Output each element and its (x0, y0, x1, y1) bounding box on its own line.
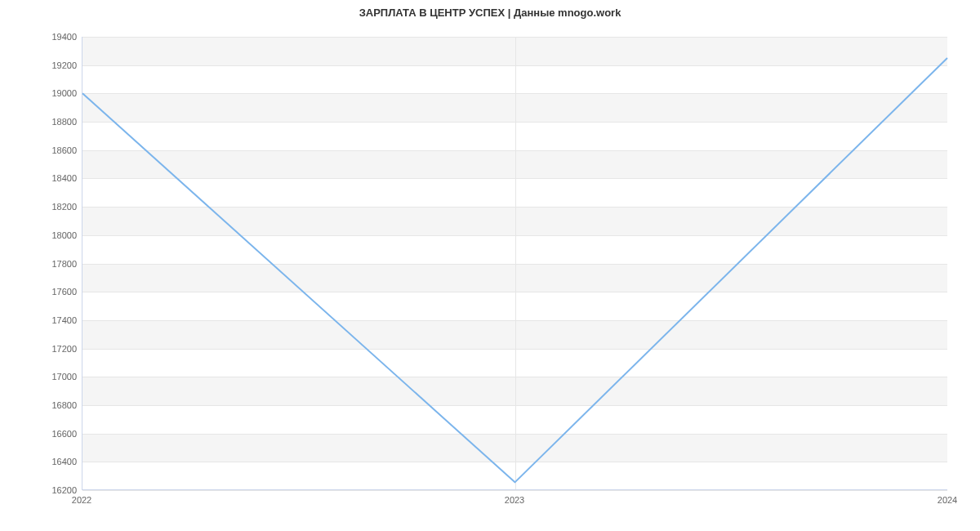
y-tick-label: 17200 (28, 344, 77, 354)
x-tick-label: 2023 (505, 495, 524, 505)
y-tick-label: 18400 (28, 173, 77, 183)
y-tick-label: 18800 (28, 117, 77, 127)
line-series (82, 37, 947, 489)
y-tick-label: 16200 (28, 485, 77, 495)
y-tick-label: 17600 (28, 287, 77, 297)
y-tick-label: 18600 (28, 145, 77, 155)
x-tick-label: 2024 (938, 495, 957, 505)
x-tick-label: 2022 (72, 495, 91, 505)
y-tick-label: 16800 (28, 400, 77, 410)
y-tick-label: 17800 (28, 259, 77, 269)
y-tick-label: 18000 (28, 230, 77, 240)
y-tick-label: 19000 (28, 88, 77, 98)
y-tick-label: 19200 (28, 60, 77, 70)
y-gridline (82, 490, 947, 491)
y-tick-label: 19400 (28, 32, 77, 42)
y-tick-label: 17000 (28, 372, 77, 382)
y-tick-label: 16400 (28, 457, 77, 466)
plot-area (82, 37, 947, 490)
y-tick-label: 16600 (28, 429, 77, 439)
y-tick-label: 18200 (28, 202, 77, 212)
chart-title: ЗАРПЛАТА В ЦЕНТР УСПЕХ | Данные mnogo.wo… (0, 7, 980, 19)
y-tick-label: 17400 (28, 315, 77, 325)
